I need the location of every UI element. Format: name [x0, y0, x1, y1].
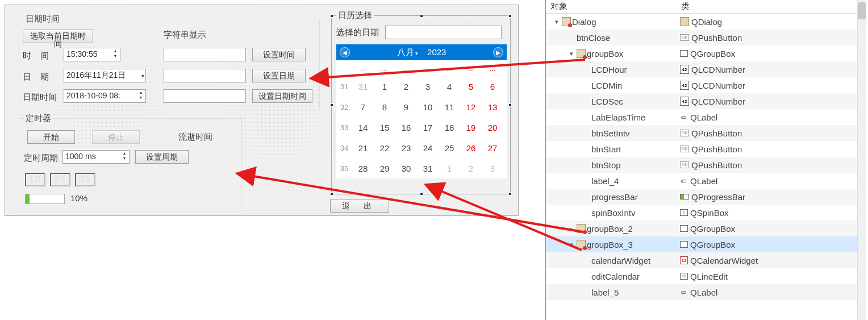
cal-day[interactable]: 28 [352, 158, 374, 178]
datetime-edit[interactable]: 2018-10-09 08: ▴▾ [64, 89, 146, 103]
cal-day[interactable]: 8 [374, 97, 395, 117]
cal-day[interactable]: 6 [482, 76, 503, 97]
cal-day[interactable]: 11 [439, 97, 460, 117]
tree-row[interactable]: btnStartOKQPushButton [546, 141, 866, 157]
scrollbar[interactable] [857, 0, 866, 320]
class-icon [680, 225, 688, 232]
cal-day[interactable]: 1 [374, 76, 395, 97]
date-string-input[interactable] [164, 69, 246, 82]
tree-row[interactable]: ▸groupBox_2QGroupBox [546, 221, 866, 236]
cal-day[interactable]: 19 [460, 117, 482, 138]
cal-day[interactable]: 15 [374, 117, 395, 138]
tree-row[interactable]: LCDMin42QLCDNumber [546, 77, 866, 93]
cal-day[interactable]: 26 [460, 138, 482, 158]
time-spin-icon[interactable]: ▴▾ [111, 49, 119, 59]
date-dropdown-icon[interactable]: ▾ [141, 73, 144, 79]
tree-row[interactable]: ▾DialogQDialog [546, 14, 866, 30]
cal-day[interactable]: 23 [395, 138, 417, 158]
datetime-string-input[interactable] [164, 89, 246, 103]
cal-week-num: 35 [336, 158, 352, 178]
cal-day[interactable]: 29 [374, 158, 395, 178]
date-label: 日 期 [23, 72, 52, 82]
cal-day[interactable]: 30 [395, 158, 417, 178]
tree-row[interactable]: LabElapsTime🏷QLabel [546, 109, 866, 125]
cal-day[interactable]: 17 [417, 117, 439, 138]
time-edit[interactable]: 15:30:55 ▴▾ [64, 48, 120, 61]
cal-day[interactable]: 3 [482, 158, 503, 178]
period-spinbox[interactable]: 1000 ms ▴▾ [62, 150, 130, 164]
cal-day[interactable]: 3 [417, 76, 439, 97]
get-now-button[interactable]: 选取当前日期时间 [23, 30, 93, 43]
inspector-header-object[interactable]: 对象 [546, 1, 678, 12]
set-time-button[interactable]: 设置时间 [252, 48, 306, 61]
tree-row[interactable]: ▾groupBox_3QGroupBox [546, 236, 866, 252]
cal-day[interactable]: 7 [352, 97, 374, 117]
cal-day[interactable]: 13 [482, 97, 503, 117]
tree-twist-icon[interactable]: ▾ [567, 50, 575, 57]
cal-day[interactable]: 2 [395, 76, 417, 97]
tree-row[interactable]: btnCloseOKQPushButton [546, 30, 866, 45]
cal-next-icon[interactable]: ▶ [493, 47, 503, 57]
cal-day[interactable]: 16 [395, 117, 417, 138]
scrollbar-thumb[interactable] [858, 2, 866, 19]
cal-day[interactable]: 20 [482, 117, 503, 138]
tree-row[interactable]: LCDSec42QLCDNumber [546, 93, 866, 109]
period-spin-icon[interactable]: ▴▾ [120, 151, 128, 161]
tree-row[interactable]: editCalendarabQLineEdit [546, 268, 866, 284]
selected-date-label: 选择的日期 [336, 27, 379, 38]
tree-row[interactable]: spinBoxIntv1QSpinBox [546, 205, 866, 221]
tree-row[interactable]: calendarWidget12QCalendarWidget [546, 252, 866, 268]
progress-label: 10% [70, 193, 87, 203]
cal-day[interactable]: 31 [352, 76, 374, 97]
tree-row[interactable]: LCDHour42QLCDNumber [546, 61, 866, 77]
cal-day[interactable]: 4 [439, 76, 460, 97]
calendar-widget[interactable]: ◀ 八月 ▾ 2023 ▶ .....................31311… [336, 44, 507, 178]
stop-button[interactable]: 停止 [92, 130, 140, 144]
cal-day[interactable]: 2 [460, 158, 482, 178]
tree-row[interactable]: btnSetIntvOKQPushButton [546, 125, 866, 141]
cal-dow: ... [460, 60, 482, 76]
tree-twist-icon[interactable]: ▾ [567, 241, 575, 248]
cal-year[interactable]: 2023 [427, 47, 446, 58]
groupbox-calendar-title: 日历选择 [336, 10, 374, 21]
tree-row[interactable]: label_5🏷QLabel [546, 284, 866, 300]
cal-day[interactable]: 10 [417, 97, 439, 117]
cal-day[interactable]: 21 [352, 138, 374, 158]
object-inspector[interactable]: 对象 类 ▾DialogQDialogbtnCloseOKQPushButton… [545, 0, 866, 320]
set-date-button[interactable]: 设置日期 [252, 69, 306, 82]
inspector-header-class[interactable]: 类 [678, 1, 866, 12]
cal-day[interactable]: 27 [482, 138, 503, 158]
datetime-spin-icon[interactable]: ▴▾ [137, 90, 145, 101]
exit-button[interactable]: 退 出 [330, 199, 389, 213]
cal-day[interactable]: 1 [439, 158, 460, 178]
cal-month[interactable]: 八月 ▾ [397, 47, 419, 58]
set-period-button[interactable]: 设置周期 [135, 150, 189, 164]
cal-day[interactable]: 12 [460, 97, 482, 117]
tree-row[interactable]: ▾groupBoxQGroupBox [546, 45, 866, 61]
tree-row[interactable]: btnStopOKQPushButton [546, 157, 866, 173]
cal-day[interactable]: 22 [374, 138, 395, 158]
cal-day[interactable]: 18 [439, 117, 460, 138]
groupbox-datetime-title: 日期时间 [24, 14, 61, 24]
time-string-input[interactable] [164, 48, 246, 61]
groupbox-datetime: 日期时间 选取当前日期时间 字符串显示 时 间 15:30:55 ▴▾ 设置时间… [19, 19, 320, 110]
tree-twist-icon[interactable]: ▸ [567, 225, 575, 232]
set-datetime-button[interactable]: 设置日期时间 [252, 89, 312, 103]
cal-day[interactable]: 25 [439, 138, 460, 158]
cal-day[interactable]: 31 [417, 158, 439, 178]
tree-row[interactable]: label_4🏷QLabel [546, 173, 866, 189]
tree-obj-name: btnStart [591, 144, 621, 154]
cal-prev-icon[interactable]: ◀ [340, 47, 350, 57]
tree-row[interactable]: progressBarQProgressBar [546, 189, 866, 205]
tree-twist-icon[interactable]: ▾ [553, 18, 561, 26]
cal-day[interactable]: 5 [460, 76, 482, 97]
time-label: 时 间 [23, 51, 52, 61]
cal-day[interactable]: 9 [395, 97, 417, 117]
selected-date-input[interactable] [385, 26, 502, 39]
start-button[interactable]: 开始 [27, 130, 75, 144]
cal-day[interactable]: 24 [417, 138, 439, 158]
calendar-grid[interactable]: .....................3131123456327891011… [336, 60, 507, 178]
date-edit[interactable]: 2016年11月21日 ▾ [64, 69, 146, 82]
tree-class-name: QPushButton [691, 160, 742, 170]
cal-day[interactable]: 14 [352, 117, 374, 138]
